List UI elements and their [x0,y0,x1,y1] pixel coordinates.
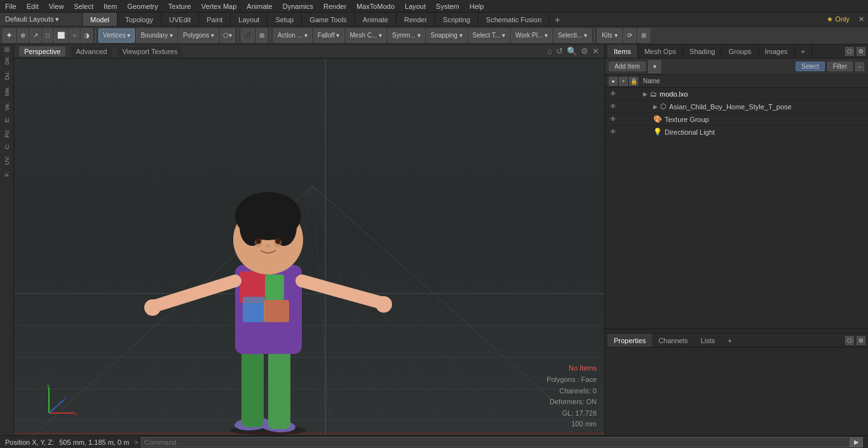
add-item-btn[interactable]: Add Item [609,62,646,71]
sidebar-label-f[interactable]: F: [3,169,11,179]
sidebar-label-e[interactable]: E: [3,114,11,125]
items-hdr-btn2[interactable]: + [619,77,628,86]
items-filter-btn[interactable]: Filter [827,62,853,71]
menu-layout[interactable]: Layout [400,1,431,11]
item-eye-0[interactable]: 👁 [609,90,618,98]
menu-maxtomodo[interactable]: MaxToModo [351,1,400,11]
tool-circle[interactable]: ⊕ [17,29,29,43]
command-input[interactable] [141,437,850,447]
panel-expand-btn[interactable]: ⬡ [845,47,854,56]
snapping-btn[interactable]: Snapping ▾ [426,29,467,43]
tab-setup[interactable]: Setup [268,13,302,26]
viewport-tab-textures[interactable]: Viewport Textures [117,46,182,57]
tool-oval[interactable]: ○ [69,29,79,43]
symm-btn[interactable]: Symm... ▾ [388,29,424,43]
select-tool-btn[interactable]: Select T... ▾ [468,29,510,43]
menu-edit[interactable]: Edit [22,1,44,11]
falloff-btn[interactable]: Falloff ▾ [313,29,344,43]
items-select-btn[interactable]: Select [796,62,825,71]
tool-new[interactable]: ✦ [3,29,16,43]
menu-texture[interactable]: Texture [163,1,196,11]
tab-star-only[interactable]: ★ Only [822,13,855,26]
viewport-close-icon[interactable]: ✕ [592,46,599,56]
item-texture-group[interactable]: 👁 🎨 Texture Group [605,113,868,126]
tab-paint[interactable]: Paint [199,13,231,26]
menu-select[interactable]: Select [69,1,98,11]
item-eye-2[interactable]: 👁 [609,115,618,124]
prop-tab-lists[interactable]: Lists [695,334,722,347]
viewport-home-icon[interactable]: ⌂ [547,46,552,56]
item-modo-lxo[interactable]: 👁 ▶ 🗂 modo.lxo [605,88,868,100]
boundary-btn[interactable]: Boundary ▾ [136,29,177,43]
panel-tab-mesh-ops[interactable]: Mesh Ops [638,44,683,58]
viewport-rotate-icon[interactable]: ↺ [556,46,563,56]
tab-animate[interactable]: Animate [355,13,397,26]
scene-canvas[interactable]: No Items Polygons : Face Channels: 0 Def… [14,58,604,435]
sidebar-label-po[interactable]: Po: [3,126,11,140]
add-item-arrow[interactable]: ▾ [648,60,661,73]
panel-tab-items[interactable]: Items [607,44,638,58]
items-minus-btn[interactable]: − [855,62,864,71]
tab-render[interactable]: Render [397,13,435,26]
prop-tab-channels[interactable]: Channels [652,334,694,347]
menu-help[interactable]: Help [465,1,489,11]
viewport-zoom-icon[interactable]: 🔍 [567,46,577,56]
grid1-btn[interactable]: ⬛ [241,29,255,43]
menu-system[interactable]: System [431,1,465,11]
hex-btn[interactable]: ⬡▾ [220,29,235,43]
vertices-btn[interactable]: Vertices ▾ [98,29,135,43]
polygons-btn[interactable]: Polygons ▾ [179,29,219,43]
tab-scripting[interactable]: Scripting [435,13,478,26]
tool-half[interactable]: ◑ [81,29,93,43]
menu-geometry[interactable]: Geometry [122,1,163,11]
panel-settings-btn[interactable]: ⚙ [857,47,865,56]
grid2-btn[interactable]: ⊞ [256,29,268,43]
item-dir-light[interactable]: 👁 💡 Directional Light [605,126,868,139]
sidebar-label-uv[interactable]: UV: [3,153,11,168]
panel-tab-images[interactable]: Images [759,44,795,58]
work-plane-btn[interactable]: Work Pl... ▾ [511,29,552,43]
tool-cursor[interactable]: ↗ [30,29,41,43]
tab-topology[interactable]: Topology [118,13,161,26]
menu-render[interactable]: Render [318,1,351,11]
selection-btn[interactable]: Selecti... ▾ [553,29,592,43]
menu-item[interactable]: Item [98,1,122,11]
items-hdr-btn1[interactable]: ● [609,77,618,86]
prop-settings-btn[interactable]: ⚙ [857,336,865,345]
menu-dynamics[interactable]: Dynamics [278,1,318,11]
cmd-go-btn[interactable]: ▶ [850,437,863,447]
viewport-tab-advanced[interactable]: Advanced [71,46,112,57]
sidebar-label-me[interactable]: Me: [3,84,11,98]
tab-close-button[interactable]: ✕ [855,13,868,26]
menu-animate[interactable]: Animate [241,1,277,11]
item-eye-1[interactable]: 👁 [609,102,618,111]
tab-schematic-fusion[interactable]: Schematic Fusion [478,13,550,26]
items-hdr-btn3[interactable]: 🔒 [629,77,638,86]
mesh-btn[interactable]: Mesh C... ▾ [346,29,387,43]
tab-game-tools[interactable]: Game Tools [302,13,355,26]
tab-add-button[interactable]: + [550,13,565,26]
kits-btn[interactable]: Kits ▾ [597,29,621,43]
prop-expand-btn[interactable]: ⬡ [845,336,854,345]
sidebar-label-de[interactable]: De: [3,53,11,67]
panel-tab-add[interactable]: + [795,44,812,58]
menu-file[interactable]: File [0,1,22,11]
tab-model[interactable]: Model [83,13,118,26]
prop-tab-properties[interactable]: Properties [607,334,652,347]
tool-rect[interactable]: ⬜ [54,29,68,43]
layout-dropdown[interactable]: Default Layouts ▾ [0,13,83,26]
item-child-mesh[interactable]: 👁 ▶ ⬡ Asian_Child_Boy_Home_Style_T_pose [605,100,868,113]
tab-uvedit[interactable]: UVEdit [161,13,199,26]
viewport-tab-perspective[interactable]: Perspective [19,46,65,57]
action-btn[interactable]: Action ... ▾ [273,29,312,43]
sidebar-label-du[interactable]: Du: [3,69,11,83]
prop-tab-add[interactable]: + [721,334,738,347]
item-eye-3[interactable]: 👁 [609,128,618,137]
sidebar-label-c[interactable]: C: [3,141,11,152]
menu-vertex-map[interactable]: Vertex Map [196,1,242,11]
panel-tab-shading[interactable]: Shading [683,44,722,58]
panel-tab-groups[interactable]: Groups [722,44,758,58]
sidebar-label-ve[interactable]: Ve: [3,100,11,113]
layout-icon-btn[interactable]: ⊞ [637,29,650,43]
tool-box[interactable]: □ [43,29,53,43]
